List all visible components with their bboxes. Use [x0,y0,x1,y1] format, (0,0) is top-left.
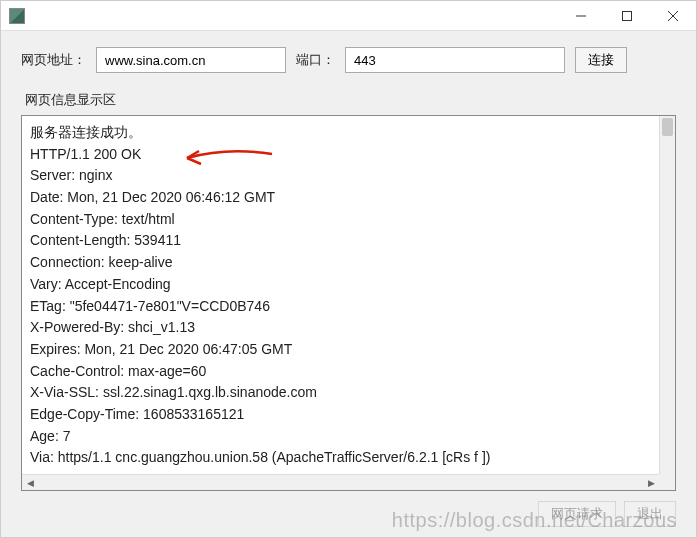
url-input[interactable] [96,47,286,73]
port-label: 端口： [296,51,335,69]
exit-button[interactable]: 退出 [624,501,676,527]
vertical-scrollbar-thumb[interactable] [662,118,673,136]
scroll-right-icon[interactable]: ▶ [643,475,659,491]
scroll-left-icon[interactable]: ◀ [22,475,38,491]
titlebar [1,1,696,31]
request-button[interactable]: 网页请求 [538,501,616,527]
content-area: 网页地址： 端口： 连接 网页信息显示区 服务器连接成功。 HTTP/1.1 2… [1,31,696,537]
maximize-button[interactable] [604,1,650,31]
connect-button[interactable]: 连接 [575,47,627,73]
svg-rect-1 [623,11,632,20]
minimize-button[interactable] [558,1,604,31]
app-window: 网页地址： 端口： 连接 网页信息显示区 服务器连接成功。 HTTP/1.1 2… [0,0,697,538]
response-text[interactable]: 服务器连接成功。 HTTP/1.1 200 OK Server: nginx D… [22,116,675,474]
section-label: 网页信息显示区 [25,91,676,109]
port-input[interactable] [345,47,565,73]
close-button[interactable] [650,1,696,31]
form-row: 网页地址： 端口： 连接 [21,47,676,73]
url-label: 网页地址： [21,51,86,69]
output-container: 服务器连接成功。 HTTP/1.1 200 OK Server: nginx D… [21,115,676,491]
horizontal-scrollbar[interactable]: ◀ ▶ [22,474,659,490]
vertical-scrollbar[interactable] [659,116,675,474]
bottom-row: 网页请求 退出 [21,491,676,527]
app-icon [9,8,25,24]
scroll-corner [659,474,675,490]
